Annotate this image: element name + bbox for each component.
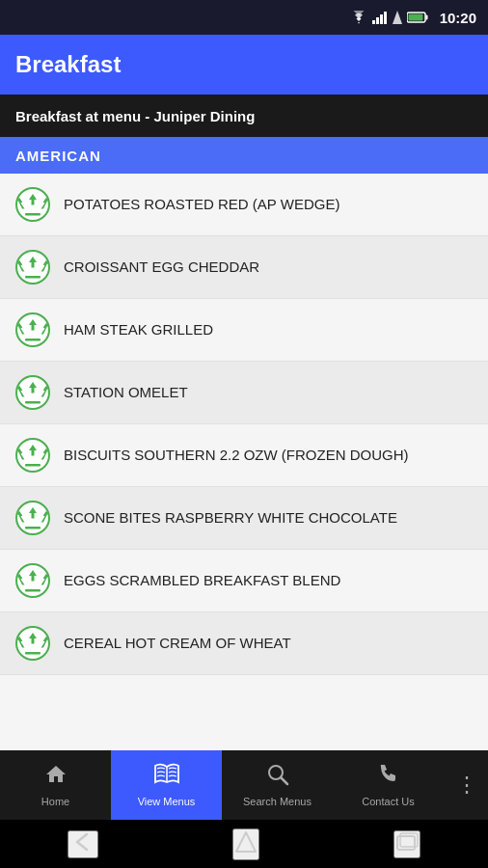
svg-rect-2 <box>380 14 383 24</box>
menu-item[interactable]: HAM STEAK GRILLED <box>0 299 488 362</box>
status-icons <box>350 11 428 24</box>
svg-rect-15 <box>25 401 41 404</box>
menu-item[interactable]: CROISSANT EGG CHEDDAR <box>0 236 488 299</box>
svg-rect-11 <box>25 276 41 279</box>
menu-item-text: EGGS SCRAMBLED BREAKFAST BLEND <box>64 571 340 590</box>
book-icon <box>153 763 180 792</box>
status-time: 10:20 <box>440 10 476 26</box>
recents-button[interactable] <box>393 830 420 858</box>
svg-rect-6 <box>425 15 427 20</box>
menu-content-area: POTATOES ROASTED RED (AP WEDGE)CROISSANT… <box>0 174 488 750</box>
phone-icon <box>378 763 399 792</box>
svg-rect-9 <box>25 213 41 216</box>
menu-item-icon <box>15 563 50 598</box>
svg-rect-21 <box>25 589 41 592</box>
menu-item-text: SCONE BITES RASPBERRY WHITE CHOCOLATE <box>64 508 397 528</box>
more-icon: ⋮ <box>456 773 475 798</box>
svg-rect-3 <box>384 12 387 24</box>
svg-marker-4 <box>393 11 402 24</box>
menu-item-icon <box>15 626 50 661</box>
menu-title-bar: Breakfast at menu - Juniper Dining <box>0 95 488 137</box>
signal-triangle-icon <box>393 11 402 24</box>
menu-list: POTATOES ROASTED RED (AP WEDGE)CROISSANT… <box>0 174 488 675</box>
svg-marker-27 <box>236 832 256 852</box>
nav-search-menus-label: Search Menus <box>243 796 312 807</box>
menu-item-icon <box>15 250 50 285</box>
home-button[interactable] <box>232 828 259 860</box>
svg-line-26 <box>281 777 287 784</box>
svg-rect-0 <box>372 20 375 24</box>
menu-item-text: CEREAL HOT CREAM OF WHEAT <box>64 634 291 653</box>
menu-item[interactable]: EGGS SCRAMBLED BREAKFAST BLEND <box>0 550 488 612</box>
menu-item-text: CROISSANT EGG CHEDDAR <box>64 258 259 277</box>
android-nav-bar <box>0 820 488 868</box>
nav-item-search-menus[interactable]: Search Menus <box>222 750 333 820</box>
nav-item-contact-us[interactable]: Contact Us <box>333 750 444 820</box>
menu-title-text: Breakfast at menu - Juniper Dining <box>15 108 255 124</box>
svg-rect-23 <box>25 652 41 655</box>
svg-rect-13 <box>25 339 41 341</box>
menu-item-icon <box>15 187 50 222</box>
menu-item[interactable]: STATION OMELET <box>0 362 488 424</box>
menu-item[interactable]: BISCUITS SOUTHERN 2.2 OZW (FROZEN DOUGH) <box>0 424 488 487</box>
nav-item-home[interactable]: Home <box>0 750 111 820</box>
wifi-icon <box>350 11 367 24</box>
svg-rect-19 <box>25 527 41 529</box>
nav-home-label: Home <box>41 796 69 807</box>
nav-more[interactable]: ⋮ <box>444 750 488 820</box>
battery-icon <box>407 12 428 23</box>
bottom-nav: Home View Menus Search Menus <box>0 750 488 820</box>
nav-item-view-menus[interactable]: View Menus <box>111 750 222 820</box>
app-header: Breakfast <box>0 35 488 95</box>
menu-item[interactable]: POTATOES ROASTED RED (AP WEDGE) <box>0 174 488 236</box>
svg-rect-7 <box>408 14 422 21</box>
status-bar: 10:20 <box>0 0 488 35</box>
menu-item-icon <box>15 501 50 535</box>
nav-contact-us-label: Contact Us <box>362 796 414 807</box>
menu-item[interactable]: CEREAL HOT CREAM OF WHEAT <box>0 612 488 675</box>
menu-item-icon <box>15 438 50 473</box>
nav-view-menus-label: View Menus <box>138 796 196 807</box>
menu-item-text: POTATOES ROASTED RED (AP WEDGE) <box>64 195 339 214</box>
menu-item-text: BISCUITS SOUTHERN 2.2 OZW (FROZEN DOUGH) <box>64 446 409 465</box>
menu-item-icon <box>15 375 50 410</box>
svg-rect-1 <box>376 17 379 24</box>
signal-icon <box>372 11 388 24</box>
menu-item[interactable]: SCONE BITES RASPBERRY WHITE CHOCOLATE <box>0 487 488 550</box>
menu-item-icon <box>15 312 50 347</box>
home-icon <box>44 763 68 792</box>
menu-item-text: STATION OMELET <box>64 383 188 402</box>
menu-item-text: HAM STEAK GRILLED <box>64 320 213 339</box>
search-icon <box>266 763 289 792</box>
page-title: Breakfast <box>15 51 121 78</box>
category-name: AMERICAN <box>15 148 101 164</box>
svg-rect-17 <box>25 464 41 467</box>
back-button[interactable] <box>68 830 98 858</box>
category-header: AMERICAN <box>0 137 488 174</box>
